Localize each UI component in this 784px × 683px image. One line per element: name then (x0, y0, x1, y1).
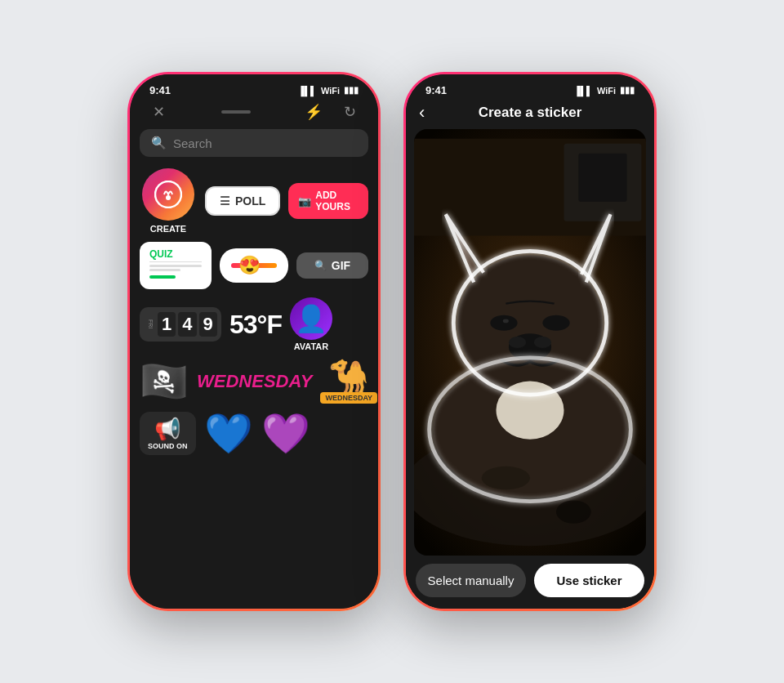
wifi-icon-2: WiFi (597, 86, 616, 96)
signal-icon-2: ▐▌▌ (573, 86, 592, 96)
add-yours-label: ADD YOURS (315, 190, 359, 212)
sticker-row-2: QUIZ 😍 (140, 242, 368, 289)
svg-point-8 (457, 255, 603, 391)
wifi-icon: WiFi (321, 86, 340, 96)
create-sticker-header: ‹ Create a sticker (406, 100, 654, 129)
blue-heart-sticker[interactable]: 💙 (204, 414, 253, 453)
status-icons-1: ▐▌▌ WiFi ▮▮▮ (297, 85, 359, 96)
phones-container: 9:41 ▐▌▌ WiFi ▮▮▮ ✕ ⚡ ↻ (127, 72, 657, 611)
purple-heart-sticker[interactable]: 💜 (261, 414, 310, 453)
svg-point-19 (556, 500, 591, 523)
flash-icon[interactable]: ⚡ (301, 103, 326, 121)
fri-label: FRI (148, 319, 154, 328)
create-icon (142, 168, 194, 221)
avatar-circle: 👤 (290, 297, 332, 340)
poll-icon: ☰ (220, 194, 230, 208)
create-sticker[interactable]: CREATE (140, 168, 197, 234)
avatar-label: AVATAR (294, 342, 329, 351)
page-title: Create a sticker (479, 105, 582, 121)
camel-emoji: 🐪 (328, 359, 369, 392)
temperature-sticker[interactable]: 53°F (229, 310, 282, 340)
sticker-row-1: CREATE ☰ POLL 📷 ADD YOURS (140, 168, 368, 234)
search-small-icon: 🔍 (314, 260, 327, 271)
dog-image (414, 129, 646, 556)
dog-image-container (414, 129, 646, 556)
poll-label: POLL (235, 194, 265, 208)
refresh-icon[interactable]: ↻ (337, 103, 362, 121)
sound-sticker[interactable]: 📢 SOUND ON (140, 412, 196, 455)
sticker-row-4: 🏴‍☠️ WEDNESDAY 🐪 WEDNESDAY (140, 359, 368, 404)
quiz-line-short (149, 269, 180, 271)
gif-sticker[interactable]: 🔍 GIF (296, 252, 368, 279)
bottom-buttons: Select manually Use sticker (406, 556, 654, 609)
time-1: 9:41 (149, 84, 171, 96)
svg-point-9 (490, 315, 517, 331)
slider-track: 😍 (231, 263, 277, 268)
use-sticker-button[interactable]: Use sticker (534, 564, 644, 597)
count-2: 4 (178, 312, 196, 337)
stickers-grid: CREATE ☰ POLL 📷 ADD YOURS (130, 165, 378, 609)
drag-handle (221, 110, 251, 114)
create-sticker-screen: ‹ Create a sticker (406, 100, 654, 609)
phone2: 9:41 ▐▌▌ WiFi ▮▮▮ ‹ Create a sticker (403, 72, 657, 611)
wednesday-badge: WEDNESDAY (320, 392, 377, 404)
svg-point-16 (482, 466, 530, 489)
emoji-slider[interactable]: 😍 (220, 248, 288, 283)
count-3: 9 (199, 312, 217, 337)
search-icon: 🔍 (151, 136, 167, 150)
search-bar[interactable]: 🔍 Search (140, 129, 368, 157)
quiz-lines (149, 265, 202, 271)
add-yours-sticker[interactable]: 📷 ADD YOURS (288, 183, 368, 219)
svg-point-1 (166, 195, 171, 200)
emoji-thumb: 😍 (238, 255, 261, 276)
close-icon[interactable]: ✕ (146, 103, 171, 121)
countdown-sticker[interactable]: FRI 1 4 9 (140, 307, 221, 342)
camel-sticker[interactable]: 🐪 WEDNESDAY (320, 359, 377, 404)
status-bar-1: 9:41 ▐▌▌ WiFi ▮▮▮ (130, 74, 378, 100)
quiz-line (149, 265, 202, 267)
battery-icon: ▮▮▮ (344, 85, 359, 96)
pirate-hat-sticker[interactable]: 🏴‍☠️ (140, 362, 189, 401)
sticker-row-5: 📢 SOUND ON 💙 💜 (140, 412, 368, 455)
quiz-title: QUIZ (149, 248, 202, 262)
status-icons-2: ▐▌▌ WiFi ▮▮▮ (573, 85, 635, 96)
select-manually-button[interactable]: Select manually (416, 564, 526, 597)
wednesday-text-sticker[interactable]: WEDNESDAY (197, 371, 312, 392)
search-placeholder: Search (173, 136, 212, 150)
speaker-icon: 📢 (154, 417, 180, 442)
svg-point-11 (503, 319, 509, 324)
top-bar: ✕ ⚡ ↻ (130, 100, 378, 126)
svg-point-13 (509, 337, 526, 348)
sticker-picker: ✕ ⚡ ↻ 🔍 Search (130, 100, 378, 609)
status-bar-2: 9:41 ▐▌▌ WiFi ▮▮▮ (406, 74, 654, 100)
sticker-row-3: FRI 1 4 9 53°F 👤 AVATAR (140, 297, 368, 351)
time-2: 9:41 (425, 84, 447, 96)
svg-point-14 (534, 337, 551, 348)
phone1: 9:41 ▐▌▌ WiFi ▮▮▮ ✕ ⚡ ↻ (127, 72, 381, 611)
quiz-progress (149, 275, 176, 279)
poll-sticker[interactable]: ☰ POLL (205, 186, 280, 216)
quiz-sticker[interactable]: QUIZ (140, 242, 212, 289)
camera-icon: 📷 (298, 195, 311, 208)
avatar-sticker[interactable]: 👤 AVATAR (290, 297, 332, 351)
gif-label: GIF (332, 259, 350, 272)
avatar-person-icon: 👤 (295, 303, 327, 334)
signal-icon: ▐▌▌ (297, 86, 316, 96)
count-1: 1 (158, 312, 176, 337)
sound-label: SOUND ON (148, 442, 188, 450)
battery-icon-2: ▮▮▮ (620, 85, 635, 96)
svg-rect-5 (578, 154, 626, 202)
back-button[interactable]: ‹ (419, 102, 425, 123)
create-label: CREATE (150, 224, 186, 234)
svg-point-10 (542, 315, 569, 331)
